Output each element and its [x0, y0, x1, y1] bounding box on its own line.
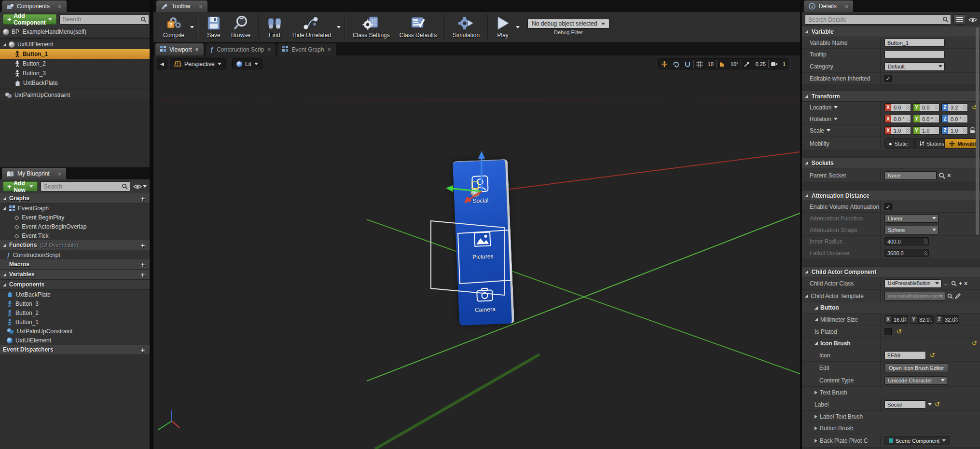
text-brush-subsection-header[interactable]: Text Brush	[802, 387, 980, 398]
chevron-down-icon[interactable]	[928, 403, 932, 406]
content-type-dropdown[interactable]: Unicode Character	[884, 376, 947, 385]
tree-item-button1[interactable]: Button_1	[0, 49, 150, 59]
scale-y-field[interactable]: Y1.0	[913, 126, 939, 135]
my-blueprint-search-input[interactable]	[41, 183, 122, 190]
play-options-chevron-icon[interactable]	[516, 26, 520, 28]
var-uxtpalmupconstraint-row[interactable]: UxtPalmUpConstraint	[0, 327, 150, 336]
variable-name-input[interactable]: Button_1	[884, 39, 945, 47]
scale-x-field[interactable]: X1.0	[884, 126, 911, 135]
mobility-static-button[interactable]: ● Static	[884, 138, 915, 149]
is-plated-checkbox[interactable]	[884, 328, 892, 335]
add-graph-button[interactable]: +	[139, 194, 147, 203]
compile-options-chevron-icon[interactable]	[190, 26, 194, 28]
macros-header[interactable]: Macros +	[0, 259, 150, 270]
find-button[interactable]: Find	[262, 13, 288, 41]
details-search[interactable]	[805, 14, 951, 25]
hide-unrelated-chevron-icon[interactable]	[337, 26, 341, 28]
details-search-input[interactable]	[805, 16, 942, 23]
class-defaults-button[interactable]: Class Defaults	[395, 13, 442, 41]
var-button1-row[interactable]: Button_1	[0, 317, 150, 327]
close-icon[interactable]: ×	[845, 3, 849, 10]
tree-item-uxtuielement[interactable]: UxtUIElement	[0, 40, 150, 49]
menu-item-camera[interactable]: Camera	[458, 286, 511, 314]
debug-object-combo[interactable]: No debug object selected	[527, 19, 609, 28]
browse-asset-icon[interactable]	[947, 293, 953, 299]
expander-icon[interactable]	[814, 306, 818, 310]
millimeter-x-field[interactable]: X16.0	[884, 315, 908, 324]
details-scrollbar[interactable]	[976, 27, 979, 235]
attenuation-section-header[interactable]: Attenuation Distance	[802, 190, 980, 201]
chevron-down-icon[interactable]	[827, 129, 830, 132]
eventgraph-row[interactable]: EventGraph	[0, 204, 150, 213]
tooltip-input[interactable]	[884, 50, 945, 58]
button-brush-subsection-header[interactable]: Button Brush	[802, 422, 980, 434]
compile-button[interactable]: ? Compile	[158, 13, 189, 41]
chevron-down-icon[interactable]	[834, 118, 838, 120]
expander-icon[interactable]	[3, 273, 6, 276]
clear-socket-icon[interactable]: ×	[947, 172, 951, 179]
expander-collapsed-icon[interactable]	[814, 426, 817, 430]
expander-icon[interactable]	[3, 43, 6, 46]
save-button[interactable]: Save	[201, 13, 226, 41]
tree-item-uxtpalmupconstraint[interactable]: UxtPalmUpConstraint	[0, 90, 150, 100]
var-uxtuielement-row[interactable]: UxtUIElement	[0, 336, 150, 345]
visibility-filter-button[interactable]	[133, 184, 147, 190]
viewport-menu-collapse-button[interactable]: ◀	[157, 58, 167, 69]
millimeter-z-field[interactable]: Z32.0	[936, 315, 959, 324]
gizmo-mode-button[interactable]	[659, 59, 670, 69]
add-macro-button[interactable]: +	[139, 260, 147, 269]
rotation-y-field[interactable]: Y0.0 °	[913, 115, 939, 123]
reset-to-default-icon[interactable]: ↺	[972, 340, 977, 347]
surface-snap-button[interactable]	[682, 59, 693, 69]
expander-collapsed-icon[interactable]	[814, 391, 817, 395]
close-icon[interactable]: ×	[58, 3, 62, 10]
cycle-transform-space-button[interactable]	[670, 59, 682, 69]
location-y-field[interactable]: Y0.0	[913, 103, 939, 111]
reset-to-default-icon[interactable]: ↺	[935, 401, 940, 408]
tab-construction-script[interactable]: ƒ Construction Scrip ×	[206, 43, 276, 55]
close-icon[interactable]: ×	[58, 170, 62, 177]
property-matrix-button[interactable]	[953, 14, 966, 25]
components-search[interactable]	[59, 14, 149, 25]
menu-item-social[interactable]: Social	[453, 174, 507, 205]
add-icon[interactable]: +	[959, 280, 962, 287]
event-tick-row[interactable]: ◇ Event Tick	[0, 231, 150, 240]
expander-collapsed-icon[interactable]	[814, 439, 817, 443]
open-icon-brush-editor-button[interactable]: Open Icon Brush Editor	[884, 363, 948, 372]
add-function-button[interactable]: +	[139, 241, 147, 249]
hide-unrelated-button[interactable]: Hide Unrelated	[288, 13, 336, 41]
tab-components[interactable]: Components ×	[2, 0, 67, 12]
add-variable-button[interactable]: +	[139, 271, 147, 279]
tab-event-graph[interactable]: Event Graph ×	[277, 43, 335, 55]
attenuation-function-dropdown[interactable]: Linear	[884, 214, 939, 223]
close-icon[interactable]: ×	[199, 3, 203, 10]
rotation-snap-button[interactable]	[717, 59, 728, 69]
grid-snap-value[interactable]: 10	[705, 61, 716, 67]
event-dispatchers-header[interactable]: Event Dispatchers +	[0, 345, 150, 355]
variables-header[interactable]: Variables +	[0, 270, 150, 280]
child-actor-template-dropdown[interactable]: UxtPressableButtonActor-1	[884, 292, 945, 300]
browse-button[interactable]: Browse	[226, 13, 255, 41]
display-filter-eye-icon[interactable]	[968, 17, 977, 23]
scene-component-button[interactable]: Scene Component	[884, 436, 950, 445]
edit-pencil-icon[interactable]	[955, 293, 961, 299]
tree-item-button3[interactable]: Button_3	[0, 68, 150, 78]
close-icon[interactable]: ×	[267, 46, 271, 53]
expander-icon[interactable]	[805, 270, 808, 273]
expander-icon[interactable]	[3, 197, 6, 200]
add-new-button[interactable]: + Add New	[3, 181, 38, 191]
class-settings-button[interactable]: Class Settings	[348, 13, 395, 41]
tab-my-blueprint[interactable]: My Blueprint ×	[2, 168, 66, 179]
expander-icon[interactable]	[805, 294, 808, 298]
sockets-section-header[interactable]: Sockets	[802, 158, 980, 168]
expander-icon[interactable]	[805, 161, 808, 164]
add-event-dispatcher-button[interactable]: +	[139, 346, 147, 354]
rotation-x-field[interactable]: X0.0 °	[884, 115, 911, 123]
event-actorbeginoverlap-row[interactable]: ◇ Event ActorBeginOverlap	[0, 222, 150, 231]
add-component-button[interactable]: + Add Component	[3, 14, 56, 25]
expander-icon[interactable]	[3, 283, 6, 286]
my-blueprint-search[interactable]	[41, 181, 130, 191]
clear-icon[interactable]: ×	[964, 280, 967, 287]
mobility-movable-button[interactable]: Movable	[945, 138, 977, 149]
child-actor-section-header[interactable]: Child Actor Component	[802, 267, 980, 277]
